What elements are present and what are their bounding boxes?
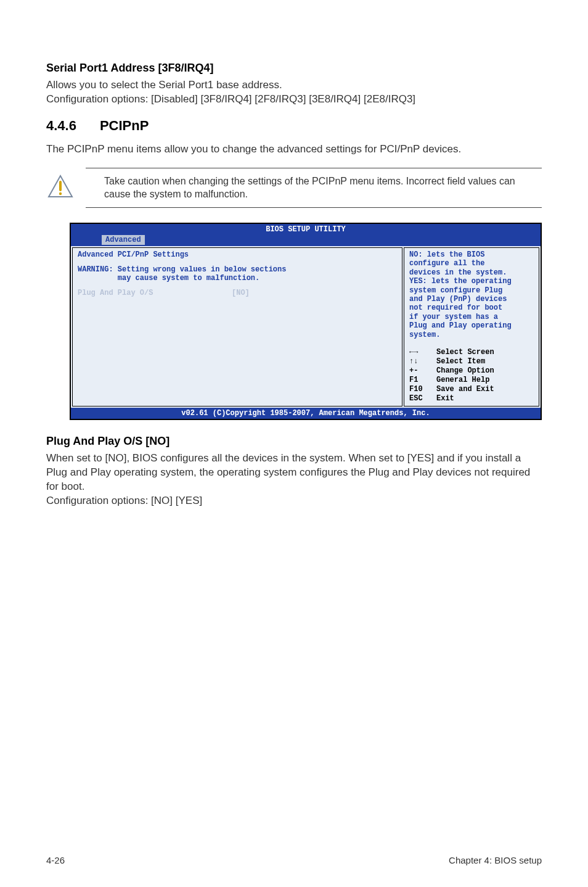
legend-label: Select Item bbox=[436, 357, 485, 366]
serial-port-desc: Allows you to select the Serial Port1 ba… bbox=[46, 78, 542, 107]
legend-key-esc: ESC bbox=[409, 394, 436, 403]
section-title: PCIPnP bbox=[100, 118, 149, 134]
legend-label: Exit bbox=[436, 394, 454, 403]
legend-key-arrows-lr: ←→ bbox=[409, 348, 436, 357]
bios-help-text: NO: lets the BIOS configure all the devi… bbox=[409, 250, 534, 339]
caution-block: Take caution when changing the settings … bbox=[86, 168, 542, 208]
bios-tab-bar: Advanced bbox=[71, 235, 541, 246]
legend-row: ↑↓ Select Item bbox=[409, 357, 534, 366]
bios-footer: v02.61 (C)Copyright 1985-2007, American … bbox=[71, 408, 541, 419]
bios-left-pane: Advanced PCI/PnP Settings WARNING: Setti… bbox=[72, 247, 402, 406]
caution-icon bbox=[47, 175, 73, 198]
serial-port-title: Serial Port1 Address [3F8/IRQ4] bbox=[46, 62, 542, 75]
svg-point-2 bbox=[59, 192, 62, 195]
bios-warning-l2: may cause system to malfunction. bbox=[78, 274, 259, 283]
bios-title-bar: BIOS SETUP UTILITY bbox=[71, 224, 541, 235]
bios-legend: ←→ Select Screen ↑↓ Select Item +- Chang… bbox=[409, 348, 534, 403]
plug-and-play-line1: When set to [NO], BIOS configures all th… bbox=[46, 452, 530, 492]
bios-right-pane: NO: lets the BIOS configure all the devi… bbox=[404, 247, 539, 406]
legend-row: F10 Save and Exit bbox=[409, 385, 534, 394]
bios-item-plug-and-play[interactable]: Plug And Play O/S [NO] bbox=[78, 289, 397, 297]
plug-and-play-desc: When set to [NO], BIOS configures all th… bbox=[46, 452, 542, 508]
section-number: 4.4.6 bbox=[46, 118, 76, 134]
legend-label: Change Option bbox=[436, 366, 494, 376]
legend-row: ESC Exit bbox=[409, 394, 534, 403]
legend-row: +- Change Option bbox=[409, 366, 534, 376]
legend-key-plusminus: +- bbox=[409, 366, 436, 376]
bios-warning-l1: WARNING: Setting wrong values in below s… bbox=[78, 265, 286, 274]
legend-label: Select Screen bbox=[436, 348, 494, 357]
legend-row: ←→ Select Screen bbox=[409, 348, 534, 357]
plug-and-play-title: Plug And Play O/S [NO] bbox=[46, 435, 542, 448]
serial-port-line1: Allows you to select the Serial Port1 ba… bbox=[46, 79, 282, 91]
serial-port-line2: Configuration options: [Disabled] [3F8/I… bbox=[46, 93, 415, 105]
bios-left-heading: Advanced PCI/PnP Settings bbox=[78, 250, 397, 259]
bios-item-label: Plug And Play O/S bbox=[78, 289, 232, 297]
legend-label: General Help bbox=[436, 376, 489, 385]
bios-tab-advanced[interactable]: Advanced bbox=[102, 235, 145, 245]
page-footer: 4-26 Chapter 4: BIOS setup bbox=[46, 855, 542, 865]
caution-text: Take caution when changing the settings … bbox=[86, 175, 542, 201]
chapter-label: Chapter 4: BIOS setup bbox=[449, 855, 542, 865]
legend-row: F1 General Help bbox=[409, 376, 534, 385]
page-number: 4-26 bbox=[46, 855, 65, 865]
bios-item-value: [NO] bbox=[232, 289, 250, 297]
legend-key-f10: F10 bbox=[409, 385, 436, 394]
bios-panel: BIOS SETUP UTILITY Advanced Advanced PCI… bbox=[70, 223, 542, 420]
pcipnp-desc: The PCIPnP menu items allow you to chang… bbox=[46, 142, 542, 157]
legend-key-arrows-ud: ↑↓ bbox=[409, 357, 436, 366]
plug-and-play-line2: Configuration options: [NO] [YES] bbox=[46, 495, 202, 506]
bios-warning: WARNING: Setting wrong values in below s… bbox=[78, 265, 397, 283]
legend-label: Save and Exit bbox=[436, 385, 494, 394]
legend-key-f1: F1 bbox=[409, 376, 436, 385]
